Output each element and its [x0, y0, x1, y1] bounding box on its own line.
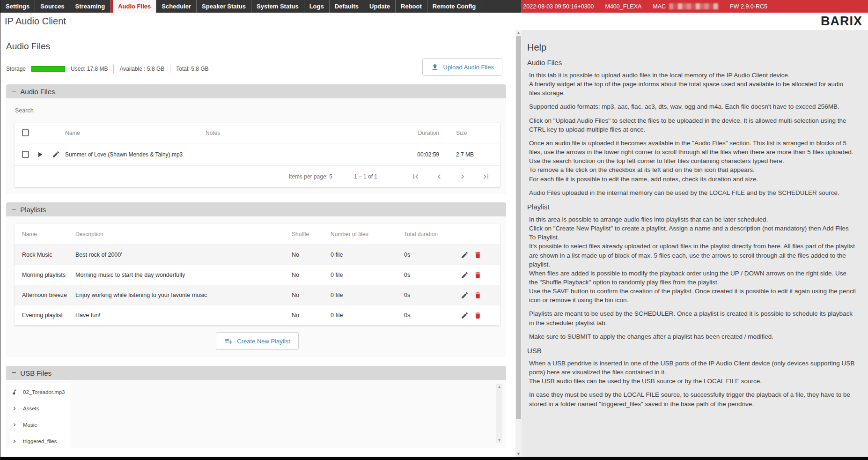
pagination: Items per page: 5 1 – 1 of 1	[15, 166, 500, 187]
edit-pencil-icon[interactable]	[461, 271, 469, 279]
storage-total: Total: 5.8 GB	[176, 66, 208, 72]
create-playlist-label: Create New Playlist	[237, 338, 290, 345]
status-device: M400_FLEXA	[605, 3, 642, 10]
usb-folder-name: Assets	[23, 406, 39, 411]
previous-page-icon[interactable]	[434, 172, 444, 181]
items-per-page[interactable]: Items per page: 5	[289, 173, 332, 180]
collapse-icon[interactable]: −	[12, 87, 16, 96]
playlists-section-header[interactable]: − Playlists	[6, 202, 506, 216]
status-bar: 2022-08-03 09:50:16+0300 M400_FLEXA MAC …	[521, 0, 868, 13]
delete-bin-icon[interactable]	[474, 291, 482, 299]
help-paragraph: Click on "Upload Audio Files" to select …	[529, 116, 856, 134]
help-section: Audio Files In this tab it is possible t…	[527, 59, 856, 197]
tab-remote-config[interactable]: Remote Config	[427, 0, 481, 13]
help-section-heading: Playlist	[527, 203, 856, 211]
usb-file-item[interactable]: 02_Toreador.mp3	[11, 384, 65, 400]
divider	[113, 65, 114, 73]
app-title: IP Audio Client	[5, 16, 66, 27]
audio-file-name: Summer of Love (Shawn Mendes & Tainy).mp…	[65, 151, 206, 158]
delete-bin-icon[interactable]	[474, 312, 482, 319]
first-page-icon[interactable]	[411, 172, 420, 181]
help-paragraph: In this tab it is possible to upload aud…	[529, 71, 856, 97]
help-sections: Audio Files In this tab it is possible t…	[527, 59, 856, 408]
next-page-icon[interactable]	[458, 172, 467, 181]
create-new-playlist-button[interactable]: Create New Playlist	[216, 332, 298, 350]
playlist-description: Enjoy working while listening to your fa…	[75, 292, 292, 298]
play-icon[interactable]	[33, 150, 46, 159]
scroll-down-icon[interactable]: ▼	[496, 438, 502, 442]
playlists-table: Name Description Shuffle Number of files…	[15, 224, 500, 326]
scrollbar-thumb[interactable]	[516, 36, 521, 419]
tab-audio-files[interactable]: Audio Files	[110, 0, 156, 13]
tab-defaults[interactable]: Defaults	[330, 0, 364, 13]
chevron-right-icon[interactable]	[11, 422, 18, 428]
main-scrollbar[interactable]: ▲ ▼	[515, 30, 522, 457]
tab-update[interactable]: Update	[364, 0, 396, 13]
audio-files-section-body: Name Notes Duration Size Summer of Love …	[6, 98, 506, 194]
playlist-shuffle: No	[292, 312, 331, 319]
playlist-actions	[461, 271, 500, 279]
tab-reboot[interactable]: Reboot	[396, 0, 427, 13]
audio-files-table: Name Notes Duration Size Summer of Love …	[15, 123, 500, 187]
usb-files-section-header[interactable]: − USB Files	[6, 366, 506, 380]
last-page-icon[interactable]	[481, 172, 491, 181]
playlist-row: Morning playlists Morning music to start…	[15, 265, 500, 285]
select-all-checkbox[interactable]	[22, 129, 29, 136]
help-paragraph: Supported audio formats: mp3, aac, flac,…	[529, 102, 856, 111]
row-checkbox[interactable]	[22, 151, 29, 158]
delete-bin-icon[interactable]	[474, 271, 482, 279]
usb-file-tree: 02_Toreador.mp3 Assets Music triggered_f…	[10, 383, 70, 453]
column-notes: Notes	[206, 130, 388, 136]
usb-folder-item[interactable]: triggered_files	[11, 433, 65, 449]
tab-speaker-status[interactable]: Speaker Status	[197, 0, 251, 13]
help-paragraph: In this area is possible to arrange audi…	[529, 215, 856, 305]
scroll-down-icon[interactable]: ▼	[515, 451, 522, 457]
chevron-right-icon[interactable]	[11, 405, 18, 412]
tab-streaming[interactable]: Streaming	[70, 0, 111, 13]
edit-pencil-icon[interactable]	[461, 312, 469, 319]
column-number-of-files: Number of files	[331, 231, 404, 237]
usb-folder-item[interactable]: Assets	[11, 400, 65, 416]
collapse-icon[interactable]: −	[12, 369, 16, 377]
top-nav: SettingsSourcesStreamingAudio FilesSched…	[0, 0, 868, 13]
pagination-range: 1 – 1 of 1	[354, 173, 377, 180]
audio-files-section-title: Audio Files	[20, 88, 55, 96]
playlist-description: Have fun!	[75, 312, 292, 319]
tab-settings[interactable]: Settings	[0, 0, 35, 13]
collapse-icon[interactable]: −	[12, 205, 16, 214]
usb-folder-item[interactable]: Music	[11, 416, 65, 433]
playlist-actions	[461, 251, 500, 259]
mac-redacted-value	[669, 3, 719, 9]
usb-scrollbar[interactable]: ▲ ▼	[496, 384, 502, 443]
edit-pencil-icon[interactable]	[46, 150, 65, 158]
column-name: Name	[65, 130, 206, 136]
column-shuffle: Shuffle	[292, 231, 331, 237]
scroll-up-icon[interactable]: ▲	[496, 385, 502, 389]
column-size: Size	[439, 130, 500, 136]
playlist-description: Best rock of 2000'	[75, 252, 292, 258]
upload-audio-files-button[interactable]: Upload Audio Files	[422, 58, 502, 76]
help-paragraph: Audio Files uploaded in the internal mem…	[529, 188, 856, 197]
main-area: Audio Files Storage Used: 17.8 MB Availa…	[0, 30, 868, 457]
playlists-header-row: Name Description Shuffle Number of files…	[15, 224, 500, 245]
column-duration: Duration	[388, 130, 439, 136]
delete-bin-icon[interactable]	[474, 251, 482, 259]
storage-bar	[31, 66, 65, 72]
playlist-number-of-files: 0 file	[331, 252, 404, 258]
playlist-row: Evening playlist Have fun! No 0 file 0s	[15, 305, 500, 326]
scroll-up-icon[interactable]: ▲	[515, 30, 522, 36]
tab-sources[interactable]: Sources	[35, 0, 70, 13]
tab-system-status[interactable]: System Status	[251, 0, 304, 13]
playlist-number-of-files: 0 file	[331, 272, 404, 278]
search-input[interactable]	[15, 106, 85, 115]
edit-pencil-icon[interactable]	[461, 251, 469, 259]
chevron-right-icon[interactable]	[11, 438, 18, 445]
edit-pencil-icon[interactable]	[461, 291, 469, 299]
tab-logs[interactable]: Logs	[304, 0, 330, 13]
help-paragraph: In case they must be used by the LOCAL F…	[529, 390, 856, 408]
audio-files-section-header[interactable]: − Audio Files	[6, 84, 506, 98]
storage-label: Storage	[6, 66, 26, 72]
tab-scheduler[interactable]: Scheduler	[156, 0, 197, 13]
help-paragraphs: In this tab it is possible to upload aud…	[527, 71, 856, 197]
upload-icon	[431, 63, 439, 71]
